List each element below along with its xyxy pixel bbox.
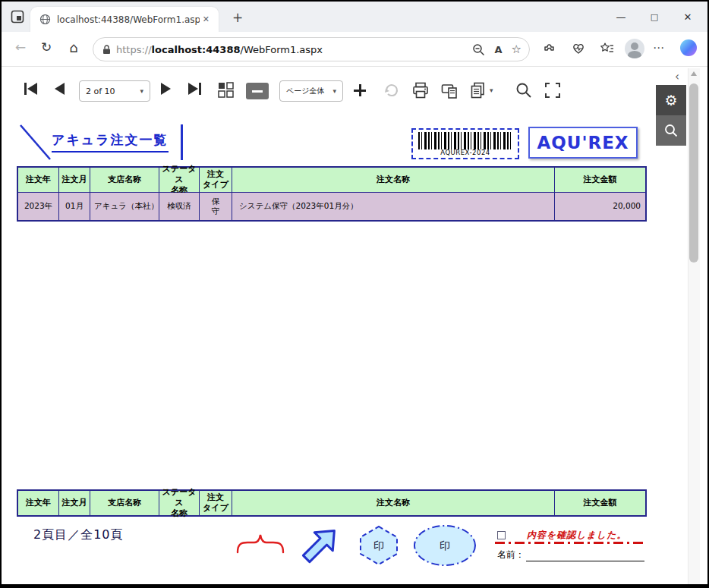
close-window-button[interactable]: ✕ — [676, 9, 699, 26]
chevron-down-icon: ▾ — [490, 86, 493, 94]
maximize-button[interactable]: □ — [643, 9, 666, 26]
copilot-icon[interactable] — [680, 39, 697, 56]
table-row: 2023年 01月 アキュラ（本社） 検収済 保 守 システム保守（2023年0… — [18, 193, 645, 220]
zoom-in-button[interactable] — [352, 83, 367, 98]
column-header: 注文 タイプ — [200, 491, 232, 515]
blue-arrow-shape — [296, 520, 345, 569]
read-aloud-icon[interactable]: A — [494, 44, 502, 55]
favorite-star-icon[interactable]: ☆ — [512, 42, 522, 56]
zoom-select-dropdown[interactable]: ページ全体 ▾ — [279, 80, 343, 102]
fullscreen-icon[interactable] — [544, 81, 562, 99]
cell-status: 検収済 — [159, 193, 200, 220]
barcode-bars — [418, 132, 512, 149]
ellipse-stamp: 印 — [411, 522, 478, 569]
company-logo: AQU'REX — [528, 127, 638, 159]
export-copy-icon — [469, 81, 487, 99]
scrollbar-up-arrow[interactable] — [691, 71, 697, 76]
multi-page-view-icon[interactable] — [217, 81, 235, 99]
column-header: ステータス 名称 — [159, 168, 200, 192]
report-diagonal-line — [18, 123, 53, 162]
cell-branch-name: アキュラ（本社） — [90, 193, 159, 220]
url-host: localhost:44388 — [152, 44, 241, 55]
minimize-button[interactable]: — — [610, 9, 632, 26]
report-viewer-toolbar: 2 of 10 ▾ ページ全体 ▾ — [2, 68, 654, 115]
first-page-button[interactable] — [24, 83, 37, 95]
column-header: 注文金額 — [555, 168, 645, 192]
zoom-out-button[interactable] — [246, 83, 269, 99]
browser-essentials-icon[interactable] — [571, 41, 586, 56]
print-layout-icon[interactable] — [440, 81, 458, 99]
red-dashdot-line — [495, 542, 644, 544]
column-header: 支店名称 — [90, 491, 159, 515]
tab-title: localhost:44388/WebForm1.aspx — [57, 14, 200, 25]
refresh-report-icon-disabled — [383, 81, 401, 99]
red-brace-shape — [234, 528, 287, 558]
globe-icon — [39, 14, 51, 25]
cell-order-month: 01月 — [59, 193, 90, 220]
zoom-level: ページ全体 — [286, 86, 324, 96]
orders-table-footer-header: 注文年 注文月 支店名称 ステータス 名称 注文 タイプ 注文名称 注文金額 — [17, 489, 647, 517]
page-select-dropdown[interactable]: 2 of 10 ▾ — [79, 80, 150, 102]
report-page-number: 2頁目／全10頁 — [33, 527, 124, 543]
viewer-search-button[interactable] — [656, 115, 686, 146]
orders-table: 注文年 注文月 支店名称 ステータス 名称 注文 タイプ 注文名称 注文金額 2… — [17, 166, 647, 222]
settings-menu-icon[interactable]: ⋯ — [653, 41, 665, 55]
next-page-button[interactable] — [161, 83, 171, 95]
hexagon-stamp: 印 — [357, 524, 401, 568]
scrollbar-thumb[interactable] — [689, 83, 698, 263]
search-icon[interactable] — [515, 81, 533, 99]
last-page-button[interactable] — [188, 83, 201, 95]
column-header: ステータス 名称 — [159, 491, 200, 515]
barcode: AQUREX-2024 — [411, 128, 519, 159]
address-bar[interactable]: https://localhost:44388/WebForm1.aspx A … — [93, 37, 530, 61]
favorites-bar-icon[interactable] — [600, 41, 615, 56]
url-path: /WebForm1.aspx — [241, 44, 323, 55]
new-tab-button[interactable]: + — [228, 8, 247, 27]
export-button[interactable]: ▾ — [469, 81, 493, 99]
browser-window: localhost:44388/WebForm1.aspx ✕ + — □ ✕ … — [0, 0, 709, 588]
name-label: 名前： — [497, 549, 525, 561]
column-header: 注文金額 — [555, 491, 645, 515]
stamp-label: 印 — [440, 539, 450, 552]
home-button[interactable]: ⌂ — [64, 39, 84, 55]
name-underline — [526, 561, 644, 561]
confirm-checkbox — [497, 531, 506, 539]
extensions-icon[interactable] — [542, 41, 557, 56]
confirm-text: 内容を確認しました。 — [527, 529, 626, 542]
print-icon[interactable] — [411, 81, 430, 99]
column-header: 注文年 — [18, 168, 59, 192]
table-header-row: 注文年 注文月 支店名称 ステータス 名称 注文 タイプ 注文名称 注文金額 — [18, 491, 645, 515]
cell-order-type: 保 守 — [200, 193, 232, 220]
gear-icon: ⚙ — [664, 92, 677, 108]
column-header: 注文 タイプ — [200, 168, 232, 192]
refresh-button[interactable]: ↻ — [36, 39, 56, 55]
tab-close-icon[interactable]: ✕ — [200, 13, 213, 26]
profile-avatar[interactable] — [625, 39, 644, 58]
cell-order-year: 2023年 — [18, 193, 59, 220]
report-title-divider — [181, 124, 183, 160]
column-header: 注文名称 — [232, 168, 555, 192]
url-scheme: https:// — [116, 44, 152, 55]
tab-strip: localhost:44388/WebForm1.aspx ✕ + — □ ✕ — [2, 2, 707, 32]
cell-order-name: システム保守（2023年01月分） — [232, 193, 555, 220]
minus-icon — [252, 90, 263, 93]
chevron-down-icon: ▾ — [134, 87, 143, 95]
barcode-label: AQUREX-2024 — [413, 149, 518, 156]
sidebar-collapse-icon[interactable]: ‹ — [670, 70, 685, 83]
stamp-label: 印 — [373, 539, 384, 552]
page-indicator: 2 of 10 — [86, 86, 115, 96]
browser-tab[interactable]: localhost:44388/WebForm1.aspx ✕ — [30, 7, 219, 32]
zoom-out-icon[interactable] — [472, 43, 485, 56]
tab-actions-icon[interactable] — [11, 10, 24, 24]
previous-page-button[interactable] — [55, 83, 65, 95]
lock-icon — [102, 45, 111, 55]
search-icon — [663, 123, 679, 138]
back-button[interactable]: ← — [11, 39, 30, 55]
column-header: 支店名称 — [90, 168, 159, 192]
viewer-settings-button[interactable]: ⚙ — [656, 85, 686, 115]
column-header: 注文月 — [59, 168, 90, 192]
table-header-row: 注文年 注文月 支店名称 ステータス 名称 注文 タイプ 注文名称 注文金額 — [18, 168, 645, 193]
logo-text: AQU'REX — [537, 133, 629, 153]
chevron-down-icon: ▾ — [326, 87, 336, 95]
cell-order-amount: 20,000 — [555, 193, 645, 220]
